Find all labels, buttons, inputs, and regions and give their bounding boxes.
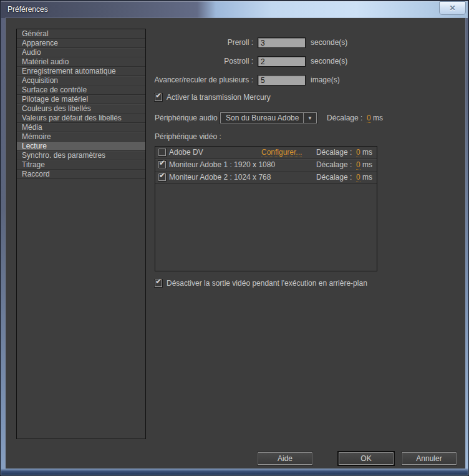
help-button[interactable]: Aide [258,452,312,465]
sidebar-item-apparence[interactable]: Apparence [17,39,145,48]
disable-background-output-checkbox[interactable]: ✔ [155,279,162,287]
video-device-row-monitor-2: ✔ Moniteur Adobe 2 : 1024 x 768 Décalage… [155,172,377,184]
sidebar-item-audio[interactable]: Audio [17,48,145,57]
postroll-input[interactable] [258,56,306,67]
chevron-down-icon: ▼ [303,113,316,123]
check-icon: ✔ [159,172,165,179]
video-offset-unit: ms [362,173,372,182]
sidebar-item-enregistrement-automatique[interactable]: Enregistrement automatique [17,67,145,76]
video-device-name: Moniteur Adobe 2 : 1024 x 768 [169,173,271,182]
mercury-transmit-row: ✔Activer la transmission Mercury [155,93,271,102]
video-offset-label: Décalage : [316,173,352,182]
audio-offset: Décalage : 0 ms [327,113,383,124]
video-device-label: Périphérique vidéo : [155,132,221,142]
sidebar-item-general[interactable]: Général [17,29,145,39]
video-device-list: ✔ Adobe DV Configurer... Décalage : 0 ms… [155,146,377,271]
video-device-row-monitor-1: ✔ Moniteur Adobe 1 : 1920 x 1080 Décalag… [155,159,377,172]
video-offset-value[interactable]: 0 [356,173,360,182]
video-device-row-adobe-dv: ✔ Adobe DV Configurer... Décalage : 0 ms [155,147,377,159]
sidebar-item-surface-de-controle[interactable]: Surface de contrôle [17,85,145,95]
mercury-transmit-checkbox[interactable]: ✔ [155,94,162,101]
adobe-dv-checkbox[interactable]: ✔ [158,148,166,156]
video-offset-value[interactable]: 0 [356,160,360,170]
audio-offset-label: Décalage : [327,114,362,122]
video-offset: Décalage : 0 ms [316,148,372,157]
sidebar-item-synchro-des-parametres[interactable]: Synchro. des paramètres [17,151,145,160]
video-offset-label: Décalage : [316,160,352,169]
sidebar-item-memoire[interactable]: Mémoire [17,132,145,142]
check-icon: ✔ [155,92,162,99]
close-icon: ✕ [449,4,455,12]
sidebar-item-media[interactable]: Média [17,123,145,132]
video-offset-value[interactable]: 0 [356,148,360,157]
sidebar-item-titrage[interactable]: Titrage [17,160,145,170]
cancel-button[interactable]: Annuler [402,452,457,465]
check-icon: ✔ [155,278,162,285]
postroll-label: Postroll : [155,56,253,67]
configure-link[interactable]: Configurer... [261,148,302,157]
check-icon: ✔ [159,159,165,167]
step-frames-label: Avancer/reculer de plusieurs : [149,75,253,85]
step-frames-input[interactable] [258,75,306,85]
category-list: Général Apparence Audio Matériel audio E… [16,29,146,439]
audio-device-label: Périphérique audio : [155,113,221,124]
window-frame-bottom [1,469,468,475]
close-button[interactable]: ✕ [439,1,466,15]
preferences-dialog: Préférences ✕ Général Apparence Audio Ma… [0,0,469,476]
disable-background-output-label: Désactiver la sortie vidéo pendant l'exé… [167,279,367,288]
window-title: Préférences [7,5,48,14]
video-offset: Décalage : 0 ms [316,173,372,182]
sidebar-item-materiel-audio[interactable]: Matériel audio [17,57,145,67]
preroll-label: Preroll : [155,37,253,48]
postroll-unit: seconde(s) [311,56,347,67]
sidebar-item-pilotage-de-materiel[interactable]: Pilotage de matériel [17,95,145,104]
video-device-name: Adobe DV [169,148,203,157]
sidebar-item-valeurs-par-defaut[interactable]: Valeurs par défaut des libellés [17,114,145,123]
video-offset-label: Décalage : [316,148,352,157]
titlebar[interactable]: Préférences [1,1,468,18]
audio-offset-unit: ms [373,114,383,122]
sidebar-item-couleurs-des-libelles[interactable]: Couleurs des libellés [17,104,145,114]
audio-device-dropdown[interactable]: Son du Bureau Adobe ▼ [220,112,317,124]
video-offset-unit: ms [362,160,372,169]
sidebar-item-lecture[interactable]: Lecture [17,142,145,151]
preroll-input[interactable] [258,37,306,48]
video-device-name: Moniteur Adobe 1 : 1920 x 1080 [169,160,275,169]
sidebar-item-raccord[interactable]: Raccord [17,170,145,179]
ok-button[interactable]: OK [339,452,394,465]
video-offset: Décalage : 0 ms [316,160,372,169]
mercury-transmit-label: Activer la transmission Mercury [167,93,271,102]
audio-device-value: Son du Bureau Adobe [221,113,303,123]
audio-offset-value[interactable]: 0 [367,114,371,123]
sidebar-item-acquisition[interactable]: Acquisition [17,76,145,85]
step-frames-unit: image(s) [311,75,340,85]
disable-background-output-row: ✔Désactiver la sortie vidéo pendant l'ex… [155,279,367,288]
monitor-2-checkbox[interactable]: ✔ [158,173,166,181]
dialog-body: Général Apparence Audio Matériel audio E… [6,18,465,470]
preroll-unit: seconde(s) [311,37,347,48]
monitor-1-checkbox[interactable]: ✔ [158,161,166,168]
video-offset-unit: ms [362,148,372,157]
